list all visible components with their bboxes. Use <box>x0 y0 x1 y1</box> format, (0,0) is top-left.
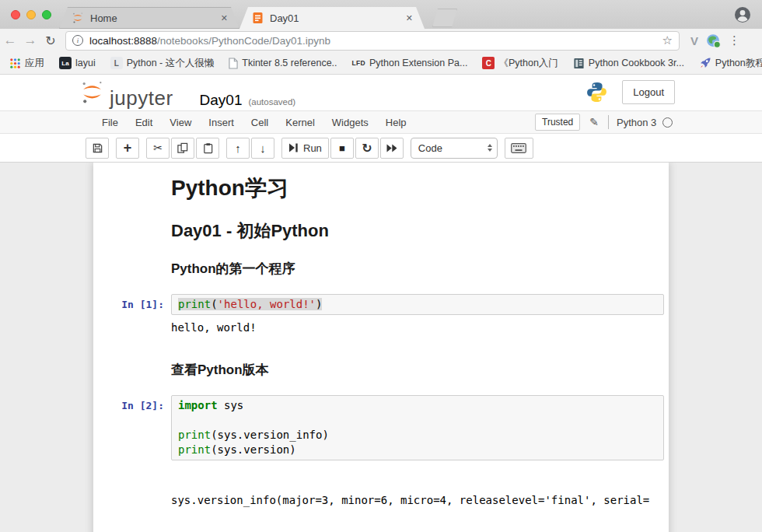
minimize-window-button[interactable] <box>26 10 36 19</box>
insert-cell-button[interactable]: + <box>116 138 139 159</box>
notebook-title[interactable]: Day01 <box>200 92 243 109</box>
command-palette-button[interactable] <box>505 138 533 159</box>
fast-forward-icon <box>386 144 397 152</box>
book-icon <box>573 58 585 69</box>
rocket-icon <box>699 57 711 69</box>
run-cell-button[interactable]: Run <box>281 138 329 159</box>
cut-cell-button[interactable]: ✂ <box>146 138 170 159</box>
scissors-icon: ✂ <box>153 142 163 154</box>
paste-cell-button[interactable] <box>196 138 219 159</box>
bookmark-layui[interactable]: La layui <box>59 57 96 69</box>
url-host: localhost:8888 <box>89 35 157 47</box>
stop-icon: ■ <box>339 143 345 153</box>
notebook-page: Python学习 Day01 - 初始Python Python的第一个程序 I… <box>93 163 669 532</box>
profile-avatar-icon[interactable] <box>734 6 751 23</box>
tab-day01-close-icon[interactable]: ✕ <box>404 12 415 25</box>
markdown-heading-4: 查看Python版本 <box>171 361 669 379</box>
back-icon[interactable]: ← <box>0 33 20 48</box>
browser-toolbar: ← → ↻ i localhost:8888/notebooks/PythonC… <box>0 29 762 52</box>
cell-type-select[interactable]: Code <box>411 138 498 159</box>
logout-button[interactable]: Logout <box>622 80 675 104</box>
menu-file[interactable]: File <box>93 117 127 128</box>
kernel-idle-indicator <box>662 117 673 128</box>
arrow-up-icon: ↑ <box>235 142 241 155</box>
chrome-menu-icon[interactable]: ⋮ <box>729 33 740 47</box>
copy-cell-button[interactable] <box>171 138 194 159</box>
menu-edit[interactable]: Edit <box>127 117 161 128</box>
tab-day01-label: Day01 <box>270 12 404 24</box>
tab-home[interactable]: Home ✕ <box>59 7 239 29</box>
notebook-scroll-area[interactable]: Python学习 Day01 - 初始Python Python的第一个程序 I… <box>0 163 762 532</box>
copy-icon <box>177 142 189 154</box>
python-logo-icon <box>585 81 608 103</box>
restart-icon: ↻ <box>362 141 372 156</box>
zoom-window-button[interactable] <box>42 10 51 19</box>
restart-kernel-button[interactable]: ↻ <box>355 138 379 159</box>
clipboard-icon <box>202 142 214 154</box>
input-prompt-2: In [2]: <box>93 395 171 460</box>
code-editor-2[interactable]: import sys print(sys.version_info) print… <box>171 395 664 460</box>
bookmark-python-tutorial[interactable]: Python教程 <box>699 57 762 70</box>
code-cell-2: In [2]: import sys print(sys.version_inf… <box>93 395 669 460</box>
step-forward-icon <box>288 143 299 152</box>
menu-widgets[interactable]: Widgets <box>323 117 377 128</box>
arrow-down-icon: ↓ <box>260 142 266 155</box>
markdown-heading-2: Day01 - 初始Python <box>171 219 669 243</box>
select-stepper-icon <box>488 144 492 152</box>
lfd-badge-icon: LFD <box>352 59 365 67</box>
forward-icon[interactable]: → <box>20 33 40 48</box>
menu-help[interactable]: Help <box>377 117 415 128</box>
menu-view[interactable]: View <box>161 117 200 128</box>
floppy-icon <box>92 142 103 154</box>
jupyter-logo-icon[interactable] <box>79 79 105 105</box>
menu-insert[interactable]: Insert <box>200 117 243 128</box>
close-window-button[interactable] <box>11 10 20 19</box>
menu-cell[interactable]: Cell <box>243 117 277 128</box>
jupyter-favicon <box>72 12 84 24</box>
bookmark-python-extension[interactable]: LFD Python Extension Pa... <box>352 58 468 68</box>
page-icon <box>229 58 238 69</box>
jupyter-header: jupyter Day01 (autosaved) Logout <box>0 75 762 110</box>
tab-home-close-icon[interactable]: ✕ <box>218 12 230 25</box>
edit-mode-pencil-icon: ✎ <box>589 116 599 128</box>
input-prompt-1: In [1]: <box>93 294 171 315</box>
bookmark-python-blog[interactable]: L Python - 这个人很懒 <box>110 57 215 70</box>
move-cell-up-button[interactable]: ↑ <box>226 138 250 159</box>
bookmark-python-intro[interactable]: C 《Python入门 <box>482 57 558 70</box>
bookmark-star-icon[interactable]: ☆ <box>662 33 673 47</box>
apps-grid-icon <box>9 58 21 69</box>
move-cell-down-button[interactable]: ↓ <box>251 138 274 159</box>
restart-run-all-button[interactable] <box>380 138 404 159</box>
markdown-heading-1: Python学习 <box>171 176 669 201</box>
letter-l-badge-icon: L <box>110 57 123 69</box>
cell-1-output: hello, world! <box>171 320 669 335</box>
tab-home-label: Home <box>90 12 218 24</box>
reload-icon[interactable]: ↻ <box>40 33 61 48</box>
bookmark-apps[interactable]: 应用 <box>9 57 44 70</box>
layui-badge-icon: La <box>59 57 72 69</box>
bookmark-cookbook[interactable]: Python Cookbook 3r... <box>573 58 684 69</box>
jupyter-brand-text[interactable]: jupyter <box>110 86 173 110</box>
plus-icon: + <box>124 141 132 155</box>
bookmarks-bar: 应用 La layui L Python - 这个人很懒 Tkinter 8.5… <box>0 52 762 75</box>
autosave-status: (autosaved) <box>248 97 295 107</box>
extension-v-icon[interactable]: V <box>690 34 698 47</box>
c-badge-icon: C <box>482 57 495 69</box>
notebook-toolbar: + ✂ ↑ ↓ Run ■ ↻ <box>0 134 762 163</box>
trusted-button[interactable]: Trusted <box>535 114 580 131</box>
cell-2-output: sys.version_info(major=3, minor=6, micro… <box>171 464 669 532</box>
code-editor-1[interactable]: print('hello, world!') <box>171 294 664 315</box>
code-cell-1: In [1]: print('hello, world!') <box>93 294 669 315</box>
markdown-heading-3: Python的第一个程序 <box>171 260 669 278</box>
window-titlebar: Home ✕ Day01 ✕ <box>0 0 762 29</box>
menu-kernel[interactable]: Kernel <box>277 117 323 128</box>
extension-globe-icon[interactable] <box>706 33 721 48</box>
save-button[interactable] <box>86 138 109 159</box>
new-tab-button[interactable] <box>432 9 457 27</box>
notebook-menubar: File Edit View Insert Cell Kernel Widget… <box>0 110 762 134</box>
tab-day01[interactable]: Day01 ✕ <box>239 7 425 29</box>
page-info-icon[interactable]: i <box>72 35 83 46</box>
address-bar[interactable]: i localhost:8888/notebooks/PythonCode/Da… <box>65 31 680 51</box>
bookmark-tkinter[interactable]: Tkinter 8.5 reference.. <box>229 58 337 69</box>
interrupt-kernel-button[interactable]: ■ <box>330 138 354 159</box>
